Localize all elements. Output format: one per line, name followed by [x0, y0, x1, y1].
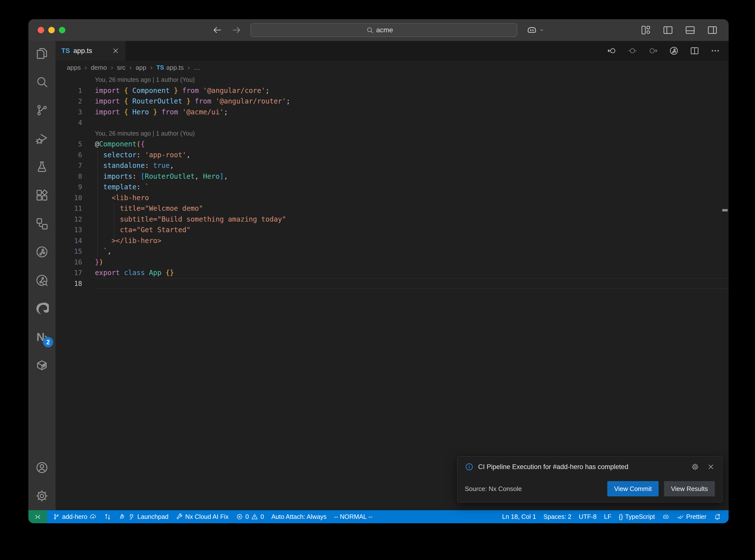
git-compare-status[interactable]: [100, 510, 115, 523]
line-number[interactable]: 9: [56, 183, 95, 191]
code-line[interactable]: 13 cta="Get Started": [56, 224, 729, 235]
line-number[interactable]: 3: [56, 108, 95, 116]
settings-gear-icon[interactable]: [35, 489, 49, 503]
code-line[interactable]: 4: [56, 117, 729, 128]
nav-location-icon[interactable]: [628, 46, 637, 56]
line-number[interactable]: 1: [56, 87, 95, 94]
explorer-icon[interactable]: [35, 46, 49, 60]
navigate-back-icon[interactable]: [212, 25, 222, 35]
line-number[interactable]: 10: [56, 194, 95, 202]
more-actions-icon[interactable]: [710, 46, 720, 56]
remote-indicator[interactable]: [28, 510, 47, 523]
code-line[interactable]: 16}): [56, 257, 729, 268]
language-status[interactable]: {}TypeScript: [615, 510, 659, 523]
code-line[interactable]: 9 template: `: [56, 182, 729, 193]
tab-app-ts[interactable]: TS app.ts: [56, 41, 125, 61]
status-text: TypeScript: [625, 513, 655, 520]
problems-status[interactable]: 00: [232, 510, 267, 523]
code-line[interactable]: 14 ></lib-hero>: [56, 235, 729, 246]
code-line[interactable]: 2import { RouterOutlet } from '@angular/…: [56, 96, 729, 107]
code-line[interactable]: 12 subtitle="Build something amazing tod…: [56, 214, 729, 225]
line-number[interactable]: 16: [56, 258, 95, 266]
edge-tools-icon[interactable]: [35, 302, 49, 316]
eol-status[interactable]: LF: [600, 510, 615, 523]
code-line[interactable]: 11 title="Welcmoe demo": [56, 203, 729, 214]
encoding-status[interactable]: UTF-8: [575, 510, 600, 523]
extensions-icon[interactable]: [35, 188, 49, 202]
overview-ruler[interactable]: [721, 75, 729, 510]
line-number[interactable]: 18: [56, 280, 95, 287]
prettier-status[interactable]: Prettier: [673, 510, 710, 523]
command-center-search[interactable]: [251, 23, 517, 37]
line-number[interactable]: 14: [56, 237, 95, 244]
breadcrumb-item[interactable]: src: [117, 64, 125, 72]
run-debug-icon[interactable]: [35, 132, 49, 145]
breadcrumb-item[interactable]: demo: [91, 64, 107, 72]
code-line[interactable]: 8 imports: [RouterOutlet, Hero],: [56, 171, 729, 182]
cursor-position-status[interactable]: Ln 18, Col 1: [498, 510, 540, 523]
close-tab-icon[interactable]: [112, 47, 120, 55]
code-line[interactable]: 5@Component({: [56, 139, 729, 149]
line-number[interactable]: 12: [56, 215, 95, 223]
line-number[interactable]: 4: [56, 119, 95, 126]
line-number[interactable]: 2: [56, 97, 95, 105]
notification-close-icon[interactable]: [707, 463, 715, 471]
breadcrumb-item[interactable]: app: [136, 64, 146, 72]
line-number[interactable]: 8: [56, 173, 95, 180]
minimize-window-button[interactable]: [48, 27, 55, 33]
launchpad-status[interactable]: Launchpad: [115, 510, 172, 523]
testing-icon[interactable]: [35, 160, 49, 174]
code-line[interactable]: 3import { Hero } from '@acme/ui';: [56, 107, 729, 118]
line-number[interactable]: 5: [56, 140, 95, 148]
toggle-secondary-sidebar-icon[interactable]: [707, 25, 718, 36]
code-editor[interactable]: You, 26 minutes ago | 1 author (You)1imp…: [56, 75, 729, 510]
zoom-window-button[interactable]: [59, 27, 65, 33]
toggle-panel-icon[interactable]: [685, 25, 696, 36]
code-line[interactable]: 15 `,: [56, 246, 729, 257]
auto-attach-status[interactable]: Auto Attach: Always: [267, 510, 330, 523]
notification-settings-icon[interactable]: [691, 463, 699, 471]
accounts-icon[interactable]: [35, 461, 49, 475]
containers-icon[interactable]: [35, 358, 49, 372]
breadcrumb-item[interactable]: …: [194, 64, 200, 72]
line-number[interactable]: 11: [56, 205, 95, 212]
copilot-status[interactable]: [659, 510, 673, 523]
code-line[interactable]: 18: [56, 278, 729, 289]
gitlens-inspect-icon[interactable]: [35, 273, 49, 287]
view-commit-button[interactable]: View Commit: [607, 481, 659, 496]
code-line[interactable]: 17export class App {}: [56, 267, 729, 278]
git-branch-status[interactable]: add-hero: [49, 510, 100, 523]
nx-cloud-ai-fix-status[interactable]: Nx Cloud AI Fix: [172, 510, 232, 523]
split-editor-icon[interactable]: [690, 46, 699, 56]
copilot-menu[interactable]: [526, 24, 545, 36]
code-line[interactable]: 7 standalone: true,: [56, 160, 729, 171]
source-control-icon[interactable]: [35, 103, 49, 117]
project-structure-icon[interactable]: [35, 217, 49, 231]
vim-mode-status[interactable]: -- NORMAL --: [330, 510, 376, 523]
notifications-bell[interactable]: [710, 510, 725, 523]
nav-forward-icon[interactable]: [648, 46, 658, 56]
customize-layout-icon[interactable]: [640, 25, 651, 36]
commit-graph-icon[interactable]: [669, 46, 679, 56]
search-input[interactable]: [376, 26, 402, 34]
nx-console-icon[interactable]: N›2: [35, 330, 49, 344]
toggle-primary-sidebar-icon[interactable]: [662, 25, 673, 36]
navigate-forward-icon[interactable]: [231, 25, 242, 35]
code-line[interactable]: 1import { Component } from '@angular/cor…: [56, 85, 729, 96]
indentation-status[interactable]: Spaces: 2: [540, 510, 575, 523]
close-window-button[interactable]: [38, 27, 44, 33]
notification-title: CI Pipeline Execution for #add-hero has …: [478, 463, 687, 471]
gitlens-icon[interactable]: [35, 245, 49, 259]
code-line[interactable]: 6 selector: 'app-root',: [56, 149, 729, 160]
search-icon[interactable]: [35, 75, 49, 89]
line-number[interactable]: 7: [56, 162, 95, 169]
line-number[interactable]: 17: [56, 269, 95, 277]
line-number[interactable]: 6: [56, 151, 95, 159]
breadcrumb-item[interactable]: apps: [67, 64, 81, 72]
view-results-button[interactable]: View Results: [664, 481, 715, 496]
code-line[interactable]: 10 <lib-hero: [56, 193, 729, 203]
breadcrumb-item[interactable]: TSapp.ts: [157, 64, 184, 72]
nav-back-icon[interactable]: [607, 46, 617, 56]
line-number[interactable]: 13: [56, 226, 95, 234]
line-number[interactable]: 15: [56, 247, 95, 255]
